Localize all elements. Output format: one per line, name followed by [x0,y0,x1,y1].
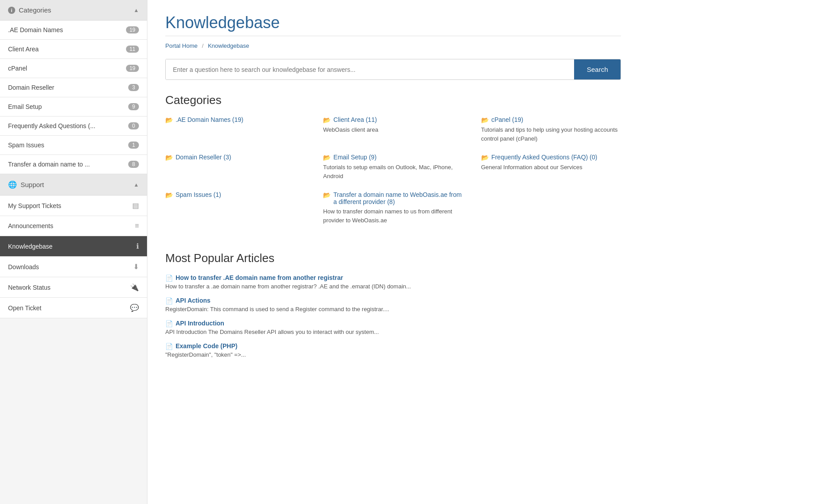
sidebar-cat-item[interactable]: Email Setup 9 [0,97,147,117]
category-item: 📂 Spam Issues (1) [165,191,305,225]
sidebar-cat-badge: 0 [128,122,139,129]
article-desc: API Introduction The Domains Reseller AP… [165,329,621,335]
sidebar-cat-item[interactable]: Transfer a domain name to ... 8 [0,155,147,174]
folder-icon: 📂 [481,154,489,161]
sidebar-cat-item[interactable]: Spam Issues 1 [0,136,147,155]
article-link[interactable]: 📄 Example Code (PHP) [165,342,621,350]
sidebar-support-icon: ℹ [136,242,139,250]
articles-list: 📄 How to transfer .AE domain name from a… [165,274,621,358]
sidebar-cat-item[interactable]: Domain Reseller 3 [0,78,147,97]
categories-section-title: Categories [165,93,621,107]
sidebar-support-item-downloads[interactable]: Downloads ⬇ [0,257,147,277]
article-title: API Introduction [176,320,224,327]
page-title: Knowledgebase [165,13,621,32]
category-link[interactable]: 📂 Email Setup (9) [323,154,463,161]
categories-grid: 📂 .AE Domain Names (19) 📂 Client Area (1… [165,116,621,235]
document-icon: 📄 [165,320,173,327]
category-link-text: cPanel (19) [491,116,524,123]
sidebar-support-icon: 🔌 [130,283,139,292]
folder-icon: 📂 [323,154,331,161]
breadcrumb-current[interactable]: Knowledgebase [208,42,249,49]
category-item: 📂 Transfer a domain name to WebOasis.ae … [323,191,463,225]
sidebar-support-label: My Support Tickets [8,202,61,209]
title-divider [165,36,621,36]
sidebar-cat-label: Transfer a domain name to ... [8,161,90,168]
sidebar-categories-header: i Categories ▲ [0,0,147,21]
search-button[interactable]: Search [574,59,621,79]
breadcrumb-home[interactable]: Portal Home [165,42,197,49]
category-desc: WebOasis client area [323,125,463,134]
category-desc: How to transfer domain names to us from … [323,207,463,225]
popular-articles-title: Most Popular Articles [165,251,621,265]
article-item: 📄 API Actions RegisterDomain: This comma… [165,297,621,312]
article-title: How to transfer .AE domain name from ano… [176,274,343,281]
sidebar-cat-label: Email Setup [8,103,42,110]
category-link-text: Client Area (11) [333,116,377,123]
category-link[interactable]: 📂 Client Area (11) [323,116,463,124]
sidebar-support-label: Downloads [8,263,39,271]
sidebar-support-icon: ⬇ [133,262,139,271]
category-link[interactable]: 📂 Spam Issues (1) [165,191,305,199]
article-item: 📄 Example Code (PHP) "RegisterDomain", "… [165,342,621,358]
sidebar-categories-list: .AE Domain Names 19Client Area 11cPanel … [0,21,147,174]
category-link[interactable]: 📂 Domain Reseller (3) [165,154,305,161]
sidebar-support-header: 🌐 Support ▲ [0,174,147,196]
article-desc: "RegisterDomain", "token" =>... [165,351,621,358]
category-link[interactable]: 📂 cPanel (19) [481,116,621,124]
folder-icon: 📂 [165,154,173,161]
category-link-text: Frequently Asked Questions (FAQ) (0) [491,154,597,161]
sidebar-cat-label: .AE Domain Names [8,26,63,33]
sidebar-cat-item[interactable]: Client Area 11 [0,40,147,59]
sidebar-support-label: Open Ticket [8,304,42,312]
globe-icon: 🌐 [8,180,17,189]
sidebar-support-item-my-support-tickets[interactable]: My Support Tickets ▤ [0,196,147,216]
category-link-text: Spam Issues (1) [176,191,221,198]
sidebar-support-item-knowledgebase[interactable]: Knowledgebase ℹ [0,236,147,257]
sidebar-categories-title: Categories [19,6,51,14]
folder-icon: 📂 [165,117,173,124]
sidebar-cat-item[interactable]: Frequently Asked Questions (... 0 [0,117,147,136]
sidebar-cat-badge: 1 [128,142,139,149]
sidebar-support-label: Knowledgebase [8,243,53,250]
category-link[interactable]: 📂 Transfer a domain name to WebOasis.ae … [323,191,463,205]
document-icon: 📄 [165,297,173,304]
sidebar-support-title: Support [21,181,44,188]
category-desc: Tutorials to setup emails on Outlook, Ma… [323,163,463,180]
sidebar-cat-label: cPanel [8,65,27,72]
article-desc: How to transfer a .ae domain name from a… [165,283,621,290]
category-item: 📂 cPanel (19) Tutorials and tips to help… [481,116,621,143]
sidebar-cat-item[interactable]: cPanel 19 [0,59,147,78]
main-content: Knowledgebase Portal Home / Knowledgebas… [147,0,639,504]
article-desc: RegisterDomain: This command is used to … [165,306,621,312]
article-link[interactable]: 📄 API Introduction [165,320,621,327]
article-item: 📄 API Introduction API Introduction The … [165,320,621,335]
category-item: 📂 Client Area (11) WebOasis client area [323,116,463,143]
sidebar-support-item-announcements[interactable]: Announcements ≡ [0,216,147,236]
sidebar-cat-label: Client Area [8,46,38,53]
support-chevron-up-icon: ▲ [134,182,139,188]
sidebar-cat-badge: 8 [128,161,139,168]
sidebar-cat-badge: 9 [128,103,139,110]
sidebar-support-label: Announcements [8,222,53,229]
sidebar-cat-item[interactable]: .AE Domain Names 19 [0,21,147,40]
sidebar-support-item-open-ticket[interactable]: Open Ticket 💬 [0,298,147,318]
category-link-text: Transfer a domain name to WebOasis.ae fr… [333,191,463,205]
sidebar-support-item-network-status[interactable]: Network Status 🔌 [0,277,147,298]
sidebar-support-label: Network Status [8,284,50,291]
article-link[interactable]: 📄 How to transfer .AE domain name from a… [165,274,621,282]
article-link[interactable]: 📄 API Actions [165,297,621,304]
folder-icon: 📂 [481,117,489,124]
category-link[interactable]: 📂 Frequently Asked Questions (FAQ) (0) [481,154,621,161]
sidebar-cat-badge: 19 [126,65,139,72]
search-input[interactable] [166,59,574,79]
document-icon: 📄 [165,343,173,350]
category-desc: Tutorials and tips to help using your ho… [481,125,621,143]
category-item: 📂 Frequently Asked Questions (FAQ) (0) G… [481,154,621,180]
category-item: 📂 .AE Domain Names (19) [165,116,305,143]
category-item [481,191,621,225]
article-title: API Actions [176,297,210,304]
folder-icon: 📂 [323,117,331,124]
folder-icon: 📂 [323,192,331,199]
folder-icon: 📂 [165,192,173,199]
category-link[interactable]: 📂 .AE Domain Names (19) [165,116,305,124]
